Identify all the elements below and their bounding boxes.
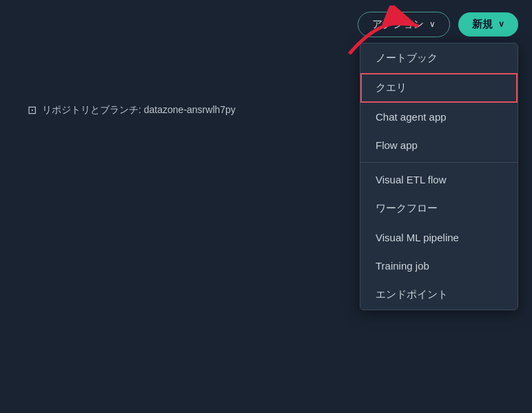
dropdown-item-workflow[interactable]: ワークフロー xyxy=(360,194,518,223)
dropdown-item-chat-agent-app[interactable]: Chat agent app xyxy=(360,103,518,131)
action-chevron-icon: ∨ xyxy=(429,19,436,29)
dropdown-item-endpoint[interactable]: エンドポイント xyxy=(360,280,518,310)
repo-info: ⊡ リポジトリとブランチ: datazone-ansrwlh7py xyxy=(28,103,236,117)
dropdown-item-training-job[interactable]: Training job xyxy=(360,252,518,280)
repo-text: リポジトリとブランチ: datazone-ansrwlh7py xyxy=(42,104,236,117)
new-button-label: 新規 xyxy=(472,18,493,31)
dropdown-menu: ノートブック クエリ Chat agent app Flow app Visua… xyxy=(360,43,518,310)
dropdown-item-flow-app[interactable]: Flow app xyxy=(360,131,518,159)
repo-icon: ⊡ xyxy=(28,103,37,117)
dropdown-item-query[interactable]: クエリ xyxy=(360,73,518,103)
action-button-label: アクション xyxy=(372,18,424,31)
new-chevron-icon: ∨ xyxy=(498,19,504,29)
main-area: アクション ∨ 新規 ∨ ⊡ リポジトリとブランチ: datazone-ansr… xyxy=(0,0,532,413)
action-button[interactable]: アクション ∨ xyxy=(358,12,450,37)
dropdown-item-notebook[interactable]: ノートブック xyxy=(360,43,518,73)
dropdown-item-visual-ml-pipeline[interactable]: Visual ML pipeline xyxy=(360,223,518,252)
dropdown-divider xyxy=(360,162,518,163)
dropdown-item-visual-etl-flow[interactable]: Visual ETL flow xyxy=(360,165,518,194)
top-bar: アクション ∨ 新規 ∨ xyxy=(0,0,532,48)
new-button[interactable]: 新規 ∨ xyxy=(458,12,518,37)
